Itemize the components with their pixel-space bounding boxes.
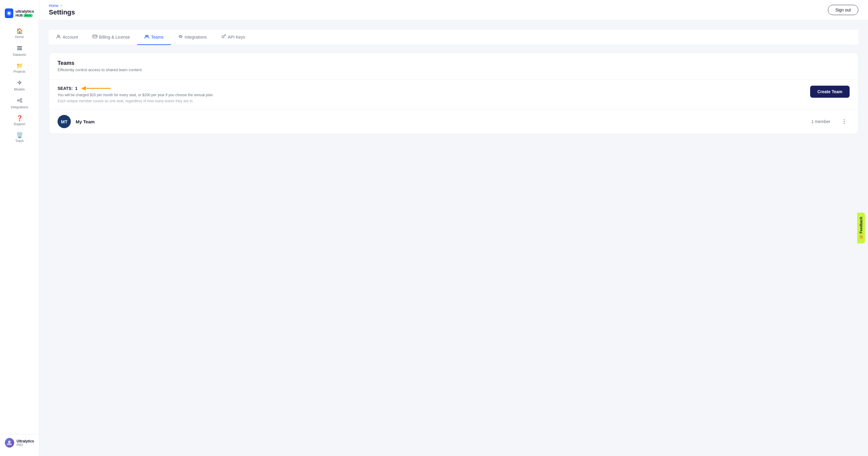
tab-billing[interactable]: Billing & License xyxy=(85,30,137,45)
user-info: Ultralytics PRO xyxy=(17,439,34,447)
tab-account[interactable]: Account xyxy=(49,30,85,45)
svg-point-7 xyxy=(20,98,22,100)
teams-card-header: Teams Efficiently control access to shar… xyxy=(49,53,858,80)
avatar xyxy=(5,438,14,448)
teams-section-subtitle: Efficiently control access to shared tea… xyxy=(58,67,849,72)
seats-info: SEATS: 1 You will be charged $20 per mon… xyxy=(58,86,214,103)
teams-settings-card: Teams Efficiently control access to shar… xyxy=(49,53,858,134)
team-members-count: 1 member xyxy=(811,119,830,124)
sidebar-item-models[interactable]: Models xyxy=(2,77,36,94)
svg-point-20 xyxy=(844,119,845,120)
tab-teams-label: Teams xyxy=(151,35,163,39)
tab-account-label: Account xyxy=(63,35,78,39)
logo-text: ultralytics HUB BETA xyxy=(16,9,34,17)
sidebar-item-label: Home xyxy=(15,35,24,38)
seats-label-text: SEATS: xyxy=(58,86,73,91)
seats-note-text: Each unique member counts as one seat, r… xyxy=(58,99,214,103)
billing-tab-icon xyxy=(93,34,97,40)
feedback-label: Feedback xyxy=(859,217,863,233)
logo-icon xyxy=(5,8,13,18)
svg-rect-2 xyxy=(17,46,22,47)
integrations-icon xyxy=(17,98,22,104)
page-title: Settings xyxy=(49,8,75,16)
seats-section: SEATS: 1 You will be charged $20 per mon… xyxy=(49,80,858,110)
projects-icon: 📁 xyxy=(16,63,23,68)
logo-hub: HUB xyxy=(16,13,23,17)
svg-rect-13 xyxy=(93,35,97,38)
sidebar-item-trash[interactable]: 🗑️ Trash xyxy=(2,130,36,146)
seats-pricing-text: You will be charged $20 per month for ev… xyxy=(58,93,214,97)
support-icon: ❓ xyxy=(16,115,23,121)
svg-rect-3 xyxy=(17,48,22,49)
svg-point-1 xyxy=(8,12,10,15)
models-icon xyxy=(17,80,22,86)
seats-label: SEATS: 1 xyxy=(58,86,214,91)
team-row: MT My Team 1 member xyxy=(49,110,858,134)
sidebar-item-integrations[interactable]: Integrations xyxy=(2,95,36,112)
top-header: Home > Settings Sign out xyxy=(39,0,868,20)
user-plan: PRO xyxy=(17,443,34,447)
sidebar-item-label: Projects xyxy=(13,70,26,73)
user-name: Ultralytics xyxy=(17,439,34,443)
svg-line-9 xyxy=(19,99,20,100)
tab-teams[interactable]: Teams xyxy=(137,30,170,45)
teams-tab-icon xyxy=(144,34,149,40)
feedback-icon: 😊 xyxy=(859,235,863,239)
breadcrumb: Home > xyxy=(49,4,75,8)
sidebar-user[interactable]: Ultralytics PRO xyxy=(0,434,39,451)
seats-count: 1 xyxy=(75,86,78,91)
beta-badge: BETA xyxy=(24,14,32,17)
sidebar-item-support[interactable]: ❓ Support xyxy=(2,113,36,129)
page-content-area: Account Billing & License xyxy=(39,20,868,144)
main-content: Home > Settings Sign out Account xyxy=(39,0,868,456)
breadcrumb-home[interactable]: Home xyxy=(49,4,59,8)
svg-marker-19 xyxy=(81,86,86,90)
settings-tabs: Account Billing & License xyxy=(49,30,858,45)
sidebar: ultralytics HUB BETA 🏠 Home Datasets 📁 xyxy=(0,0,39,456)
svg-point-12 xyxy=(58,35,59,37)
tab-api-keys[interactable]: API Keys xyxy=(214,30,253,45)
svg-point-21 xyxy=(844,121,845,122)
sidebar-item-label: Trash xyxy=(16,139,24,143)
svg-rect-4 xyxy=(17,49,22,50)
svg-point-8 xyxy=(20,101,22,103)
feedback-button[interactable]: 😊 Feedback xyxy=(857,212,865,244)
home-icon: 🏠 xyxy=(16,28,23,34)
team-name: My Team xyxy=(76,119,807,124)
tab-integrations-label: Integrations xyxy=(185,35,207,39)
tab-api-keys-label: API Keys xyxy=(228,35,245,39)
breadcrumb-section: Home > Settings xyxy=(49,4,75,16)
tab-integrations[interactable]: Integrations xyxy=(171,30,214,45)
integrations-tab-icon xyxy=(178,34,183,40)
create-team-button[interactable]: Create Team xyxy=(810,86,849,98)
svg-line-10 xyxy=(19,101,20,101)
trash-icon: 🗑️ xyxy=(16,133,23,138)
sidebar-item-label: Integrations xyxy=(11,105,28,109)
arrow-annotation xyxy=(81,86,111,91)
svg-point-11 xyxy=(8,440,10,443)
sidebar-item-label: Support xyxy=(13,122,25,126)
team-avatar: MT xyxy=(58,115,71,128)
sidebar-item-home[interactable]: 🏠 Home xyxy=(2,25,36,41)
team-menu-button[interactable] xyxy=(839,117,849,126)
logo-name: ultralytics xyxy=(16,9,34,13)
account-tab-icon xyxy=(56,34,61,40)
sidebar-item-label: Models xyxy=(14,87,25,91)
svg-point-16 xyxy=(147,35,148,37)
svg-point-5 xyxy=(19,82,21,84)
datasets-icon xyxy=(17,45,22,52)
sign-out-button[interactable]: Sign out xyxy=(828,5,858,15)
api-keys-tab-icon xyxy=(221,34,226,40)
tab-billing-label: Billing & License xyxy=(99,35,130,39)
teams-section-title: Teams xyxy=(58,60,849,66)
breadcrumb-separator: > xyxy=(60,4,62,8)
sidebar-nav: 🏠 Home Datasets 📁 Projects xyxy=(0,25,39,434)
sidebar-item-projects[interactable]: 📁 Projects xyxy=(2,60,36,76)
team-avatar-initials: MT xyxy=(61,119,67,124)
svg-point-6 xyxy=(17,100,19,101)
svg-point-22 xyxy=(844,123,845,124)
sidebar-item-label: Datasets xyxy=(13,53,26,56)
logo-sub: HUB BETA xyxy=(16,13,34,17)
sidebar-item-datasets[interactable]: Datasets xyxy=(2,42,36,59)
logo: ultralytics HUB BETA xyxy=(0,5,39,25)
